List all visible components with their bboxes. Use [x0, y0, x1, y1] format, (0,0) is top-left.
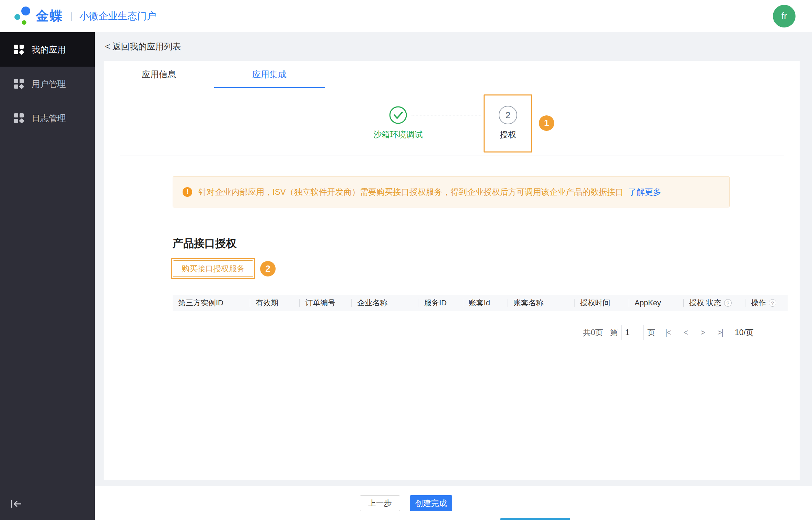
learn-more-link[interactable]: 了解更多 — [628, 186, 661, 197]
page-size-select[interactable]: 10/页 — [735, 327, 754, 338]
col-company-name: 企业名称 — [352, 295, 418, 311]
wizard-footer: 上一步 创建完成 — [95, 486, 812, 520]
col-order-number: 订单编号 — [300, 295, 352, 311]
next-page-button[interactable]: > — [697, 328, 707, 337]
buy-row: 购买接口授权服务 2 — [171, 258, 800, 279]
section-title-product-api-auth: 产品接口授权 — [173, 236, 800, 251]
col-service-id: 服务ID — [418, 295, 463, 311]
auth-status-help-icon[interactable]: ? — [724, 299, 732, 307]
step-authorization-label: 授权 — [499, 129, 517, 140]
portal-name: 小微企业生态门户 — [79, 10, 156, 23]
brand-name: 金蝶 — [36, 7, 63, 25]
create-complete-button[interactable]: 创建完成 — [410, 495, 452, 511]
content-card: 应用信息 应用集成 沙箱环境调试 2 授权 1 — [104, 61, 800, 480]
sidebar-item-label: 用户管理 — [32, 78, 66, 90]
page-prefix: 第 — [610, 327, 618, 338]
last-page-button[interactable]: >| — [715, 328, 726, 337]
buy-api-auth-service-button[interactable]: 购买接口授权服务 — [173, 260, 253, 277]
col-actions: 操作 ? — [745, 295, 788, 311]
col-third-party-instance-id: 第三方实例ID — [173, 295, 250, 311]
previous-step-button[interactable]: 上一步 — [360, 495, 400, 511]
tab-app-info[interactable]: 应用信息 — [104, 61, 214, 88]
annotation-badge-1: 1 — [539, 115, 554, 131]
col-validity: 有效期 — [250, 295, 300, 311]
stepper-connector — [411, 115, 481, 115]
sidebar-collapse-icon[interactable] — [10, 498, 24, 510]
page-jumper: 第 页 — [610, 325, 655, 340]
back-to-app-list-link[interactable]: < 返回我的应用列表 — [105, 41, 181, 52]
alert-message: 针对企业内部应用，ISV（独立软件开发商）需要购买接口授权服务，得到企业授权后方… — [198, 186, 624, 197]
main-content: < 返回我的应用列表 应用信息 应用集成 沙箱环境调试 2 — [95, 32, 812, 520]
step-number-circle: 2 — [499, 106, 517, 124]
wizard-stepper: 沙箱环境调试 2 授权 1 — [104, 88, 800, 156]
step-authorization: 2 授权 — [499, 106, 517, 140]
page-suffix: 页 — [647, 327, 655, 338]
sidebar-item-my-apps[interactable]: 我的应用 — [0, 32, 95, 67]
tab-bar: 应用信息 应用集成 — [104, 61, 800, 88]
pagination-bar: 共0页 第 页 |< < > >| 10/页 — [173, 324, 788, 341]
col-auth-status: 授权 状态 ? — [684, 295, 745, 311]
first-page-button[interactable]: |< — [662, 328, 673, 337]
warning-alert: ! 针对企业内部应用，ISV（独立软件开发商）需要购买接口授权服务，得到企业授权… — [173, 176, 730, 207]
bottom-edge-element — [500, 518, 570, 520]
prev-page-button[interactable]: < — [681, 328, 691, 337]
col-account-set-name: 账套名称 — [508, 295, 575, 311]
annotation-badge-2: 2 — [260, 261, 276, 276]
col-account-set-id: 账套Id — [463, 295, 508, 311]
footer-buttons: 上一步 创建完成 — [360, 495, 452, 511]
brand-logo[interactable]: 金蝶 | 小微企业生态门户 — [13, 6, 156, 26]
step-sandbox-label: 沙箱环境调试 — [373, 129, 423, 140]
breadcrumb: < 返回我的应用列表 — [95, 32, 812, 61]
brand-divider: | — [70, 11, 72, 22]
step-done-check-icon — [389, 106, 407, 124]
page-number-input[interactable] — [621, 325, 644, 340]
sidebar-item-user-management[interactable]: 用户管理 — [0, 67, 95, 101]
sidebar-item-label: 我的应用 — [32, 44, 66, 55]
sidebar-item-label: 日志管理 — [32, 113, 66, 124]
sidebar: 我的应用 用户管理 日志管理 — [0, 32, 95, 520]
top-header: 金蝶 | 小微企业生态门户 fr — [0, 0, 812, 32]
app-grid-icon — [14, 79, 24, 89]
step-sandbox-debug: 沙箱环境调试 — [373, 106, 423, 140]
sidebar-item-log-management[interactable]: 日志管理 — [0, 101, 95, 135]
auth-table-header: 第三方实例ID 有效期 订单编号 企业名称 服务ID 账套Id 账套名称 授权时… — [173, 295, 788, 311]
tab-app-integration[interactable]: 应用集成 — [214, 61, 325, 88]
col-appkey: AppKey — [629, 295, 684, 311]
annotation-box-buy-button: 购买接口授权服务 — [171, 258, 255, 279]
warning-icon: ! — [183, 187, 192, 197]
col-auth-time: 授权时间 — [575, 295, 629, 311]
user-avatar[interactable]: fr — [773, 5, 796, 27]
section-divider — [120, 156, 784, 156]
kingdee-logo-icon — [13, 6, 31, 26]
total-pages-label: 共0页 — [583, 327, 603, 338]
app-grid-icon — [14, 113, 24, 123]
app-grid-icon — [14, 44, 24, 55]
actions-help-icon[interactable]: ? — [769, 299, 776, 307]
